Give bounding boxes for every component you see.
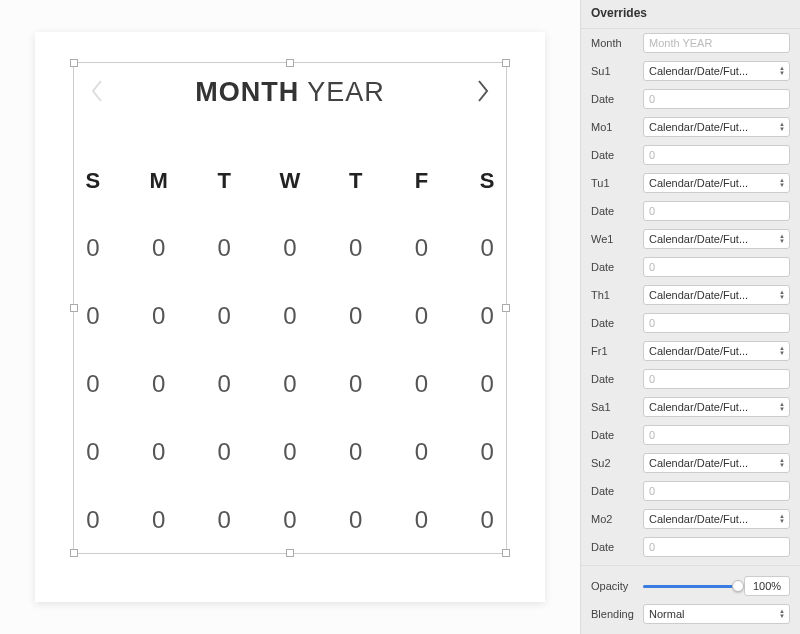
symbol-select[interactable]: Calendar/Date/Fut...▲▼ [643,61,790,81]
date-input[interactable] [643,481,790,501]
month-input[interactable] [643,33,790,53]
date-cell: 0 [323,506,389,534]
override-row: Sa1Calendar/Date/Fut...▲▼ [581,393,800,421]
date-row: 0000000 [60,506,520,534]
date-row: 0000000 [60,234,520,262]
override-label: Date [591,93,637,105]
opacity-value[interactable]: 100% [744,576,790,596]
override-row: Tu1Calendar/Date/Fut...▲▼ [581,169,800,197]
chevron-left-icon[interactable] [90,79,104,107]
date-row: 0000000 [60,302,520,330]
date-cell: 0 [389,370,455,398]
stepper-icon: ▲▼ [779,290,785,300]
override-label: Date [591,373,637,385]
date-cell: 0 [60,302,126,330]
dayhead: F [389,168,455,194]
override-label: Tu1 [591,177,637,189]
resize-handle[interactable] [502,59,510,67]
override-row: Su2Calendar/Date/Fut...▲▼ [581,449,800,477]
date-input[interactable] [643,313,790,333]
date-cell: 0 [257,438,323,466]
symbol-select-value: Calendar/Date/Fut... [649,289,776,301]
symbol-select[interactable]: Calendar/Date/Fut...▲▼ [643,397,790,417]
canvas-area[interactable]: MONTH YEAR S M T W T F S 000000000000000… [0,0,580,634]
symbol-select-value: Calendar/Date/Fut... [649,233,776,245]
date-input[interactable] [643,537,790,557]
symbol-select[interactable]: Calendar/Date/Fut...▲▼ [643,117,790,137]
date-cell: 0 [191,438,257,466]
override-row-date: Date [581,421,800,449]
override-row-date: Date [581,477,800,505]
dayhead: T [191,168,257,194]
symbol-select-value: Calendar/Date/Fut... [649,177,776,189]
resize-handle[interactable] [70,549,78,557]
calendar-header: MONTH YEAR [60,77,520,108]
symbol-select[interactable]: Calendar/Date/Fut...▲▼ [643,509,790,529]
symbol-select-value: Calendar/Date/Fut... [649,121,776,133]
override-row: Fr1Calendar/Date/Fut...▲▼ [581,337,800,365]
date-input[interactable] [643,145,790,165]
slider-thumb[interactable] [732,580,744,592]
date-cell: 0 [454,234,520,262]
resize-handle[interactable] [502,549,510,557]
date-cell: 0 [60,370,126,398]
date-cell: 0 [60,438,126,466]
symbol-select[interactable]: Calendar/Date/Fut...▲▼ [643,229,790,249]
stepper-icon: ▲▼ [779,178,785,188]
date-cell: 0 [389,438,455,466]
date-cell: 0 [323,234,389,262]
stepper-icon: ▲▼ [779,346,785,356]
override-list[interactable]: Month Su1Calendar/Date/Fut...▲▼DateMo1Ca… [581,29,800,565]
override-label: Date [591,541,637,553]
override-label: Sa1 [591,401,637,413]
date-cell: 0 [126,302,192,330]
dayhead: S [454,168,520,194]
resize-handle[interactable] [286,59,294,67]
blending-value: Normal [649,608,776,620]
date-input[interactable] [643,89,790,109]
date-cell: 0 [323,302,389,330]
date-row: 0000000 [60,438,520,466]
dayhead: S [60,168,126,194]
blending-select[interactable]: Normal ▲▼ [643,604,790,624]
calendar-artboard[interactable]: MONTH YEAR S M T W T F S 000000000000000… [35,32,545,602]
date-cell: 0 [454,438,520,466]
date-input[interactable] [643,257,790,277]
symbol-select-value: Calendar/Date/Fut... [649,401,776,413]
calendar-title-month: MONTH [195,77,299,107]
resize-handle[interactable] [70,59,78,67]
date-cell: 0 [126,370,192,398]
date-cell: 0 [454,506,520,534]
dayhead-row: S M T W T F S [60,168,520,194]
override-label: Date [591,485,637,497]
override-row-date: Date [581,197,800,225]
override-label: Mo1 [591,121,637,133]
calendar-title-year: YEAR [307,77,385,107]
override-row-date: Date [581,141,800,169]
date-cell: 0 [60,506,126,534]
symbol-select[interactable]: Calendar/Date/Fut...▲▼ [643,453,790,473]
override-row: Mo1Calendar/Date/Fut...▲▼ [581,113,800,141]
date-input[interactable] [643,425,790,445]
opacity-slider[interactable] [643,585,738,588]
date-cell: 0 [257,370,323,398]
symbol-select[interactable]: Calendar/Date/Fut...▲▼ [643,341,790,361]
override-label: We1 [591,233,637,245]
override-label: Fr1 [591,345,637,357]
symbol-select[interactable]: Calendar/Date/Fut...▲▼ [643,173,790,193]
symbol-select[interactable]: Calendar/Date/Fut...▲▼ [643,285,790,305]
symbol-select-value: Calendar/Date/Fut... [649,65,776,77]
symbol-select-value: Calendar/Date/Fut... [649,457,776,469]
date-cell: 0 [126,234,192,262]
date-input[interactable] [643,369,790,389]
date-input[interactable] [643,201,790,221]
symbol-select-value: Calendar/Date/Fut... [649,345,776,357]
chevron-right-icon[interactable] [476,79,490,107]
override-row-date: Date [581,309,800,337]
date-cell: 0 [191,370,257,398]
calendar-title: MONTH YEAR [195,77,385,108]
stepper-icon: ▲▼ [779,514,785,524]
resize-handle[interactable] [286,549,294,557]
override-row-month: Month [581,29,800,57]
blending-label: Blending [591,608,637,620]
